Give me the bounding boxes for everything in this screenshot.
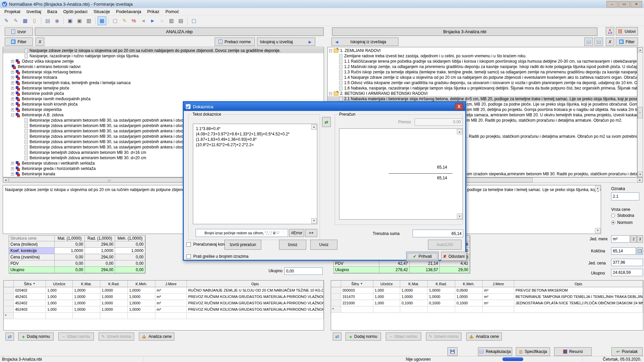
move-norms-icon[interactable]: ▣ [75,16,84,25]
grid-cell[interactable]: 1,0000 [400,287,428,293]
right-dodaj-normu-button[interactable]: + Dodaj normu [345,333,381,341]
grid-cell[interactable]: m² [483,294,514,300]
expand-plus-icon[interactable]: + [11,173,14,176]
layout-icon[interactable]: ▦ [98,16,106,25]
grid-cell[interactable]: 1,0000 [73,294,100,300]
new-row-selector[interactable]: * [4,313,14,319]
grid-cell[interactable] [455,306,483,312]
row-selector[interactable] [4,287,14,293]
tree-item[interactable]: +Betoniranje sloja mršavog betona [3,69,324,75]
row-selector[interactable] [4,300,14,306]
recalculate-transfer-button[interactable]: ⇄ [322,117,331,127]
grid-cell[interactable] [373,306,400,312]
left-analiza-cene-button[interactable]: Analiza cene [139,333,174,341]
tree-item[interactable]: +Betoniranje ravnih međusrpatnih ploča [3,96,324,102]
desc-scroll-down-icon[interactable]: ▼ [595,228,600,233]
oznaka-field[interactable]: 2.1 [611,192,639,200]
desc-scroll-up-icon[interactable]: ▲ [595,186,600,191]
right-izbaci-normu-button[interactable]: − Izbaci normu [386,333,421,341]
grid-cell[interactable]: m³ [155,287,187,293]
izvoz-button[interactable]: Izvoz [279,240,306,250]
grid-cell[interactable]: 1,000 [373,300,400,306]
right-izmeni-normu-button[interactable]: ✎ Izmeni normu [426,333,462,341]
paste-icon[interactable]: ▯ [30,16,39,25]
percent-icon[interactable]: % [129,16,138,25]
edit-doc-icon[interactable]: ✎ [120,16,129,25]
checkbox-icon[interactable] [186,254,191,259]
grid-cell[interactable]: 0,0500 [455,287,483,293]
prihvati-button[interactable]: ✔ Prihvati [406,252,439,261]
grid-row[interactable]: 4524021,0001,00001,00001,0000m³PREVOZ RU… [4,300,324,306]
grid-cell[interactable] [14,313,46,319]
grid-cell[interactable]: 1,000 [373,294,400,300]
save-icon[interactable]: ▦ [21,16,30,25]
report-icon[interactable]: ▢ [190,16,198,25]
expand-plus-icon[interactable]: + [11,71,14,74]
print-preview-icon[interactable]: ▤ [176,16,185,25]
grid-cell[interactable]: 1,0000 [455,294,483,300]
superscript-2-button[interactable]: 2 [631,235,637,243]
grid-cell[interactable] [400,306,428,312]
rekapitulacija-button[interactable]: Rekapitulacija [478,347,512,356]
menu-prikaz[interactable]: Prikaz [144,8,162,15]
tree-item[interactable]: 2.1 Nabavka materijala i betoniranje slo… [328,96,637,102]
expand-plus-icon[interactable]: + [11,87,14,90]
uvoz-button[interactable]: Uvoz [310,240,337,250]
left-hscroll-thumb[interactable]: ||| [9,178,210,182]
grid-cell[interactable]: 452403 [14,306,46,312]
view-details-button[interactable] [594,38,603,46]
minimize-button[interactable]: – [606,1,618,7]
grid-cell[interactable] [514,306,643,312]
jed-mere-field[interactable]: m² [611,235,630,243]
tree-item[interactable]: +Betoniranje temeljne ploče [3,85,324,91]
right-tree-vscrollbar[interactable]: ▲ ≡ ▼ [637,47,643,177]
edit-norm-icon[interactable]: ✎ [2,16,11,25]
grid-cell[interactable] [187,313,324,319]
menu-baza[interactable]: Baza [44,8,60,15]
view-list-button[interactable] [584,38,593,46]
prebaci-norme-button[interactable]: Prebaci norme [215,38,255,46]
edit-report-icon[interactable]: ✎ [11,16,20,25]
clear-filter-right-button[interactable]: X [606,38,614,46]
grid-row[interactable]: 2210001,0000,10000,10000,1000m²JEDNOSTRA… [331,300,643,306]
grid-cell[interactable]: 1,0000 [128,300,155,306]
tree-item[interactable]: 1.3 Ručni iskop zemlje za temelje objekt… [328,69,637,75]
radio-normom-icon[interactable] [611,221,615,225]
print-icon[interactable]: ▥ [167,16,176,25]
scroll-right2-icon[interactable]: ► [637,178,643,182]
expand-plus-icon[interactable]: + [11,81,14,84]
expand-plus-icon[interactable]: + [11,92,14,95]
row-selector[interactable] [331,294,341,300]
grid-cell[interactable]: m³ [155,294,187,300]
maximize-button[interactable]: ▭ [619,1,630,7]
grid-row[interactable]: 4524031,0001,00001,00001,0000m³PREVOZ RU… [4,306,324,313]
grid-cell[interactable]: m² [483,300,514,306]
tree-item[interactable]: −1. ZEMLJANI RADOVI [328,48,637,53]
tree-item[interactable]: Betonski i armirano betonski radovi [3,64,324,69]
search-icon[interactable]: ◌ [158,16,166,25]
forward-arrow-icon[interactable]: ► [148,16,157,25]
preracun-list[interactable]: ▲ ▼ 65,14 65,14 [339,128,463,220]
list-scroll-down-icon[interactable]: ▼ [457,214,462,219]
grid-cell[interactable]: m³ [483,287,514,293]
kolicina-field[interactable]: 65,14 [611,247,636,255]
grid-cell[interactable]: 1,0000 [100,306,128,312]
grid-cell[interactable]: 1,0000 [100,287,128,293]
grid-cell[interactable]: 1,000 [46,287,73,293]
grid-row[interactable]: 0204021,0001,00001,00001,0000m³RUČNO NAB… [4,287,324,294]
grid-cell[interactable]: 1,0000 [400,294,428,300]
expand-plus-icon[interactable]: + [11,98,14,101]
tree-item[interactable]: Zemljane radove treba izvesti bez zastoj… [328,53,637,59]
collapse-minus-icon[interactable]: − [329,92,332,95]
expand-plus-icon[interactable]: + [11,162,14,165]
grid-cell[interactable] [128,313,155,319]
menu-situacije[interactable]: Situacije [91,8,113,15]
new-row-selector[interactable]: * [331,306,341,312]
expand-plus-icon[interactable]: + [11,167,14,170]
izvor-button[interactable]: Izvor [5,27,33,36]
menu-pomo-[interactable]: Pomoć [162,8,182,15]
menu-projekat[interactable]: Projekat [1,8,23,15]
grid-cell[interactable]: PREVOZ BETONA MIKSEROM [514,287,643,293]
norms-book-icon[interactable]: ▤ [43,16,52,25]
grid-row[interactable]: 4524011,0001,00001,00001,0000m³PREVOZ RU… [4,294,324,300]
